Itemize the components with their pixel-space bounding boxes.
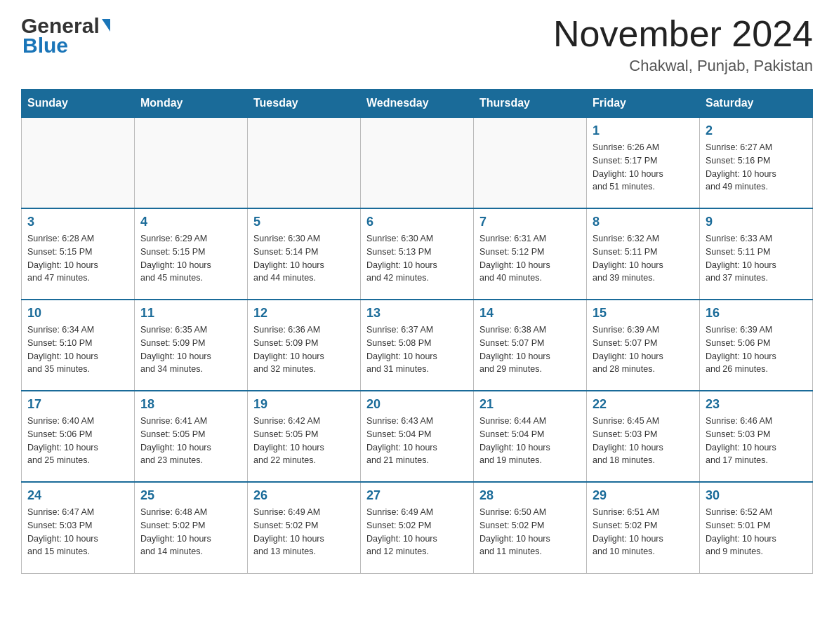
calendar-cell: 28Sunrise: 6:50 AM Sunset: 5:02 PM Dayli… — [474, 482, 587, 573]
header-row: SundayMondayTuesdayWednesdayThursdayFrid… — [22, 90, 813, 118]
day-info: Sunrise: 6:45 AM Sunset: 5:03 PM Dayligh… — [593, 415, 694, 467]
calendar-cell: 17Sunrise: 6:40 AM Sunset: 5:06 PM Dayli… — [22, 391, 135, 482]
day-number: 17 — [27, 397, 128, 412]
calendar-cell: 8Sunrise: 6:32 AM Sunset: 5:11 PM Daylig… — [587, 208, 700, 300]
day-info: Sunrise: 6:33 AM Sunset: 5:11 PM Dayligh… — [706, 232, 807, 285]
day-number: 30 — [706, 488, 807, 503]
day-header-tuesday: Tuesday — [248, 90, 361, 118]
location: Chakwal, Punjab, Pakistan — [553, 57, 813, 75]
day-number: 15 — [593, 306, 694, 321]
calendar-cell: 6Sunrise: 6:30 AM Sunset: 5:13 PM Daylig… — [361, 208, 474, 300]
day-info: Sunrise: 6:46 AM Sunset: 5:03 PM Dayligh… — [706, 415, 807, 467]
calendar-cell: 19Sunrise: 6:42 AM Sunset: 5:05 PM Dayli… — [248, 391, 361, 482]
day-info: Sunrise: 6:43 AM Sunset: 5:04 PM Dayligh… — [366, 415, 468, 467]
day-info: Sunrise: 6:30 AM Sunset: 5:14 PM Dayligh… — [253, 232, 355, 285]
calendar-cell: 9Sunrise: 6:33 AM Sunset: 5:11 PM Daylig… — [700, 208, 813, 300]
day-number: 12 — [253, 306, 355, 321]
day-header-saturday: Saturday — [700, 90, 813, 118]
day-info: Sunrise: 6:47 AM Sunset: 5:03 PM Dayligh… — [27, 506, 128, 558]
day-info: Sunrise: 6:38 AM Sunset: 5:07 PM Dayligh… — [479, 323, 581, 376]
calendar-cell: 30Sunrise: 6:52 AM Sunset: 5:01 PM Dayli… — [700, 482, 813, 573]
day-header-wednesday: Wednesday — [361, 90, 474, 118]
logo-triangle-icon — [102, 19, 110, 32]
day-number: 29 — [593, 488, 694, 503]
day-info: Sunrise: 6:39 AM Sunset: 5:06 PM Dayligh… — [706, 323, 807, 376]
day-number: 11 — [140, 306, 241, 321]
calendar-cell: 3Sunrise: 6:28 AM Sunset: 5:15 PM Daylig… — [22, 208, 135, 300]
calendar-cell: 12Sunrise: 6:36 AM Sunset: 5:09 PM Dayli… — [248, 300, 361, 391]
calendar-cell: 5Sunrise: 6:30 AM Sunset: 5:14 PM Daylig… — [248, 208, 361, 300]
month-year: November 2024 — [553, 14, 813, 54]
week-row-5: 24Sunrise: 6:47 AM Sunset: 5:03 PM Dayli… — [22, 482, 813, 573]
day-info: Sunrise: 6:42 AM Sunset: 5:05 PM Dayligh… — [253, 415, 355, 467]
day-number: 28 — [479, 488, 581, 503]
calendar-cell: 1Sunrise: 6:26 AM Sunset: 5:17 PM Daylig… — [587, 117, 700, 208]
day-info: Sunrise: 6:30 AM Sunset: 5:13 PM Dayligh… — [366, 232, 468, 285]
calendar-cell: 4Sunrise: 6:29 AM Sunset: 5:15 PM Daylig… — [135, 208, 248, 300]
day-info: Sunrise: 6:49 AM Sunset: 5:02 PM Dayligh… — [366, 506, 468, 558]
day-info: Sunrise: 6:40 AM Sunset: 5:06 PM Dayligh… — [27, 415, 128, 467]
calendar-cell: 21Sunrise: 6:44 AM Sunset: 5:04 PM Dayli… — [474, 391, 587, 482]
day-info: Sunrise: 6:48 AM Sunset: 5:02 PM Dayligh… — [140, 506, 241, 558]
day-info: Sunrise: 6:36 AM Sunset: 5:09 PM Dayligh… — [253, 323, 355, 376]
calendar-cell: 16Sunrise: 6:39 AM Sunset: 5:06 PM Dayli… — [700, 300, 813, 391]
day-info: Sunrise: 6:35 AM Sunset: 5:09 PM Dayligh… — [140, 323, 241, 376]
calendar-cell: 7Sunrise: 6:31 AM Sunset: 5:12 PM Daylig… — [474, 208, 587, 300]
day-number: 13 — [366, 306, 468, 321]
calendar-cell — [474, 117, 587, 208]
day-number: 8 — [593, 215, 694, 229]
week-row-3: 10Sunrise: 6:34 AM Sunset: 5:10 PM Dayli… — [22, 300, 813, 391]
calendar-cell — [361, 117, 474, 208]
day-number: 27 — [366, 488, 468, 503]
day-number: 26 — [253, 488, 355, 503]
day-number: 2 — [706, 123, 807, 138]
calendar-cell: 18Sunrise: 6:41 AM Sunset: 5:05 PM Dayli… — [135, 391, 248, 482]
week-row-4: 17Sunrise: 6:40 AM Sunset: 5:06 PM Dayli… — [22, 391, 813, 482]
day-number: 5 — [253, 215, 355, 229]
title-section: November 2024 Chakwal, Punjab, Pakistan — [553, 14, 813, 75]
day-number: 19 — [253, 397, 355, 412]
week-row-2: 3Sunrise: 6:28 AM Sunset: 5:15 PM Daylig… — [22, 208, 813, 300]
day-number: 9 — [706, 215, 807, 229]
day-info: Sunrise: 6:49 AM Sunset: 5:02 PM Dayligh… — [253, 506, 355, 558]
calendar-cell: 23Sunrise: 6:46 AM Sunset: 5:03 PM Dayli… — [700, 391, 813, 482]
calendar-cell: 26Sunrise: 6:49 AM Sunset: 5:02 PM Dayli… — [248, 482, 361, 573]
calendar-cell: 22Sunrise: 6:45 AM Sunset: 5:03 PM Dayli… — [587, 391, 700, 482]
day-number: 18 — [140, 397, 241, 412]
day-header-monday: Monday — [135, 90, 248, 118]
day-info: Sunrise: 6:50 AM Sunset: 5:02 PM Dayligh… — [479, 506, 581, 558]
calendar-cell: 24Sunrise: 6:47 AM Sunset: 5:03 PM Dayli… — [22, 482, 135, 573]
day-header-thursday: Thursday — [474, 90, 587, 118]
day-number: 6 — [366, 215, 468, 229]
day-info: Sunrise: 6:32 AM Sunset: 5:11 PM Dayligh… — [593, 232, 694, 285]
calendar-cell: 25Sunrise: 6:48 AM Sunset: 5:02 PM Dayli… — [135, 482, 248, 573]
day-info: Sunrise: 6:28 AM Sunset: 5:15 PM Dayligh… — [27, 232, 128, 285]
day-number: 1 — [593, 123, 694, 138]
day-info: Sunrise: 6:26 AM Sunset: 5:17 PM Dayligh… — [593, 141, 694, 194]
day-header-sunday: Sunday — [22, 90, 135, 118]
day-info: Sunrise: 6:39 AM Sunset: 5:07 PM Dayligh… — [593, 323, 694, 376]
calendar-cell — [135, 117, 248, 208]
day-info: Sunrise: 6:34 AM Sunset: 5:10 PM Dayligh… — [27, 323, 128, 376]
day-info: Sunrise: 6:52 AM Sunset: 5:01 PM Dayligh… — [706, 506, 807, 558]
calendar-cell: 29Sunrise: 6:51 AM Sunset: 5:02 PM Dayli… — [587, 482, 700, 573]
day-number: 25 — [140, 488, 241, 503]
day-number: 23 — [706, 397, 807, 412]
day-header-friday: Friday — [587, 90, 700, 118]
calendar-cell: 27Sunrise: 6:49 AM Sunset: 5:02 PM Dayli… — [361, 482, 474, 573]
day-info: Sunrise: 6:29 AM Sunset: 5:15 PM Dayligh… — [140, 232, 241, 285]
calendar-cell — [22, 117, 135, 208]
day-number: 16 — [706, 306, 807, 321]
calendar-cell: 13Sunrise: 6:37 AM Sunset: 5:08 PM Dayli… — [361, 300, 474, 391]
day-info: Sunrise: 6:27 AM Sunset: 5:16 PM Dayligh… — [706, 141, 807, 194]
calendar-cell: 14Sunrise: 6:38 AM Sunset: 5:07 PM Dayli… — [474, 300, 587, 391]
day-number: 4 — [140, 215, 241, 229]
calendar-cell: 11Sunrise: 6:35 AM Sunset: 5:09 PM Dayli… — [135, 300, 248, 391]
logo: General Blue — [21, 14, 110, 58]
day-number: 7 — [479, 215, 581, 229]
day-info: Sunrise: 6:51 AM Sunset: 5:02 PM Dayligh… — [593, 506, 694, 558]
day-number: 20 — [366, 397, 468, 412]
day-info: Sunrise: 6:37 AM Sunset: 5:08 PM Dayligh… — [366, 323, 468, 376]
day-number: 21 — [479, 397, 581, 412]
calendar-cell: 20Sunrise: 6:43 AM Sunset: 5:04 PM Dayli… — [361, 391, 474, 482]
